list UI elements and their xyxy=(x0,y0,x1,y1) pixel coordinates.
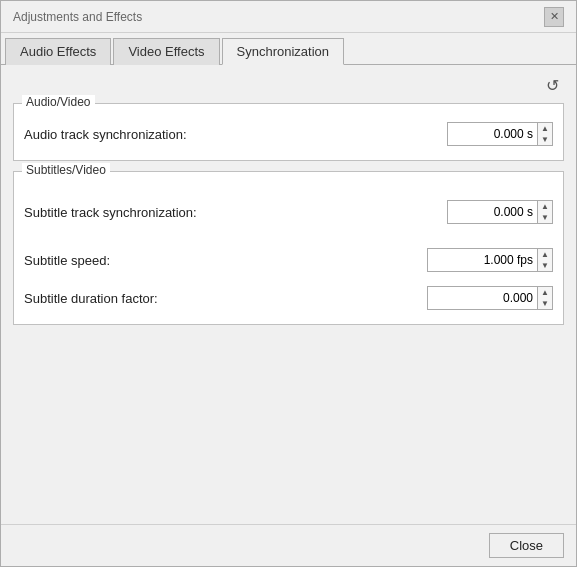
subtitle-track-sync-row: Subtitle track synchronization: ▲ ▼ xyxy=(24,178,553,228)
subtitle-duration-down[interactable]: ▼ xyxy=(538,298,552,309)
audio-video-group: Audio/Video Audio track synchronization:… xyxy=(13,103,564,161)
subtitles-video-group: Subtitles/Video Subtitle track synchroni… xyxy=(13,171,564,325)
subtitle-duration-row: Subtitle duration factor: ▲ ▼ xyxy=(24,282,553,314)
refresh-row: ↺ xyxy=(13,73,564,97)
audio-track-sync-spinbox: ▲ ▼ xyxy=(447,122,553,146)
content-area: ↺ Audio/Video Audio track synchronizatio… xyxy=(1,65,576,524)
audio-track-sync-input[interactable] xyxy=(447,122,537,146)
subtitle-speed-input[interactable] xyxy=(427,248,537,272)
audio-track-sync-label: Audio track synchronization: xyxy=(24,127,447,142)
audio-video-group-label: Audio/Video xyxy=(22,95,95,109)
close-icon: ✕ xyxy=(550,10,559,23)
subtitle-speed-arrows: ▲ ▼ xyxy=(537,248,553,272)
subtitle-duration-label: Subtitle duration factor: xyxy=(24,291,427,306)
subtitle-duration-spinbox: ▲ ▼ xyxy=(427,286,553,310)
subtitles-video-group-label: Subtitles/Video xyxy=(22,163,110,177)
subtitle-duration-arrows: ▲ ▼ xyxy=(537,286,553,310)
subtitle-speed-down[interactable]: ▼ xyxy=(538,260,552,271)
audio-track-sync-down[interactable]: ▼ xyxy=(538,134,552,145)
tab-bar: Audio Effects Video Effects Synchronizat… xyxy=(1,33,576,65)
subtitle-speed-up[interactable]: ▲ xyxy=(538,249,552,260)
subtitle-duration-up[interactable]: ▲ xyxy=(538,287,552,298)
tab-synchronization[interactable]: Synchronization xyxy=(222,38,345,65)
subtitle-track-sync-spinbox: ▲ ▼ xyxy=(447,200,553,224)
refresh-button[interactable]: ↺ xyxy=(540,73,564,97)
subtitle-speed-row: Subtitle speed: ▲ ▼ xyxy=(24,234,553,276)
audio-track-sync-arrows: ▲ ▼ xyxy=(537,122,553,146)
audio-track-sync-row: Audio track synchronization: ▲ ▼ xyxy=(24,110,553,150)
close-button[interactable]: Close xyxy=(489,533,564,558)
subtitle-track-sync-input[interactable] xyxy=(447,200,537,224)
dialog-window: Adjustments and Effects ✕ Audio Effects … xyxy=(0,0,577,567)
window-title: Adjustments and Effects xyxy=(13,10,142,24)
subtitle-track-sync-down[interactable]: ▼ xyxy=(538,212,552,223)
subtitle-track-sync-up[interactable]: ▲ xyxy=(538,201,552,212)
footer: Close xyxy=(1,524,576,566)
window-close-button[interactable]: ✕ xyxy=(544,7,564,27)
refresh-icon: ↺ xyxy=(546,76,559,95)
audio-track-sync-up[interactable]: ▲ xyxy=(538,123,552,134)
tab-video-effects[interactable]: Video Effects xyxy=(113,38,219,65)
subtitle-speed-spinbox: ▲ ▼ xyxy=(427,248,553,272)
subtitle-speed-label: Subtitle speed: xyxy=(24,253,427,268)
subtitle-duration-input[interactable] xyxy=(427,286,537,310)
subtitle-track-sync-label: Subtitle track synchronization: xyxy=(24,205,447,220)
title-bar: Adjustments and Effects ✕ xyxy=(1,1,576,33)
tab-audio-effects[interactable]: Audio Effects xyxy=(5,38,111,65)
subtitle-track-sync-arrows: ▲ ▼ xyxy=(537,200,553,224)
